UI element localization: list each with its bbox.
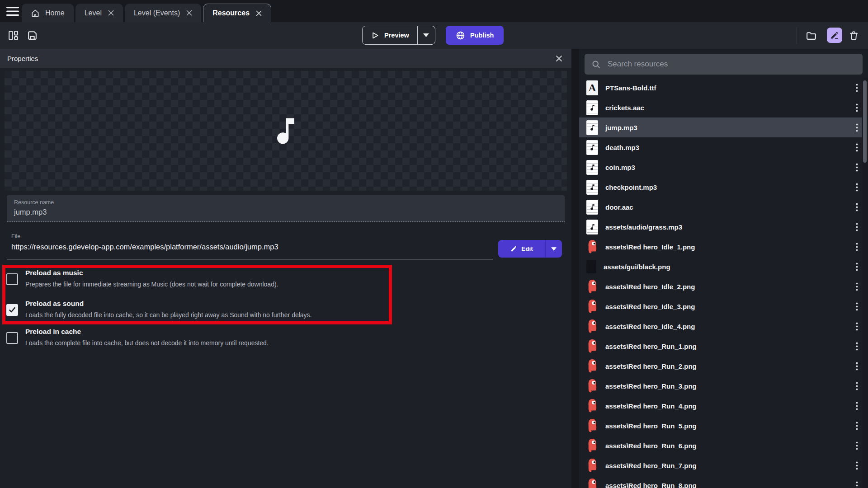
preload-checkbox[interactable] bbox=[6, 332, 18, 344]
tab-close-button[interactable] bbox=[256, 10, 262, 16]
tab-home[interactable]: Home bbox=[22, 4, 74, 22]
resource-menu-button[interactable] bbox=[853, 102, 861, 114]
resource-name: assets\Red hero_Idle_4.png bbox=[605, 323, 846, 330]
publish-button[interactable]: Publish bbox=[446, 26, 504, 45]
preload-option-row: Preload in cache Loads the complete file… bbox=[0, 328, 416, 353]
resource-row[interactable]: assets\Red hero_Run_6.png bbox=[579, 436, 868, 455]
resource-menu-button[interactable] bbox=[853, 360, 861, 372]
main-menu-button[interactable] bbox=[4, 0, 22, 22]
resources-list-panel: A PTSans-Bold.ttf crickets.aac jump.m bbox=[579, 49, 868, 488]
resource-menu-button[interactable] bbox=[853, 300, 861, 313]
scrollbar-track[interactable] bbox=[862, 78, 868, 488]
search-input[interactable] bbox=[607, 59, 856, 69]
tab-close-button[interactable] bbox=[108, 10, 114, 16]
image-thumbnail-red-hero bbox=[586, 458, 598, 473]
resource-name: assets\Red hero_Run_6.png bbox=[605, 442, 846, 450]
resource-menu-button[interactable] bbox=[853, 440, 861, 452]
resource-menu-button[interactable] bbox=[853, 201, 861, 213]
preload-checkbox[interactable] bbox=[6, 304, 18, 316]
audio-file-icon bbox=[586, 200, 598, 215]
resource-row[interactable]: assets\Red hero_Run_1.png bbox=[579, 336, 868, 356]
resource-row[interactable]: crickets.aac bbox=[579, 98, 868, 117]
resource-row[interactable]: assets\Red hero_Idle_3.png bbox=[579, 296, 868, 316]
resource-row[interactable]: door.aac bbox=[579, 197, 868, 217]
resource-menu-button[interactable] bbox=[853, 281, 861, 293]
preload-option-label: Preload in cache bbox=[25, 328, 81, 336]
resource-row[interactable]: checkpoint.mp3 bbox=[579, 177, 868, 197]
resource-row[interactable]: assets\Red hero_Idle_1.png bbox=[579, 237, 868, 257]
resource-menu-button[interactable] bbox=[853, 460, 861, 472]
play-icon bbox=[371, 31, 379, 40]
preview-button[interactable]: Preview bbox=[363, 26, 417, 44]
resource-menu-button[interactable] bbox=[853, 221, 861, 233]
resource-row[interactable]: assets/audio/grass.mp3 bbox=[579, 217, 868, 237]
resource-name: assets\Red hero_Run_4.png bbox=[605, 402, 846, 410]
resource-row[interactable]: jump.mp3 bbox=[579, 117, 868, 137]
kebab-menu-icon bbox=[856, 203, 858, 211]
tab-close-button[interactable] bbox=[186, 10, 192, 16]
resource-row[interactable]: assets\Red hero_Run_2.png bbox=[579, 356, 868, 376]
open-resource-folder-button[interactable] bbox=[803, 28, 819, 43]
preload-option-row: Preload as music Prepares the file for i… bbox=[0, 269, 416, 294]
project-manager-button[interactable] bbox=[5, 28, 21, 43]
kebab-menu-icon bbox=[856, 163, 858, 172]
properties-panel: Properties Resource name jump.mp3 File h… bbox=[0, 49, 571, 488]
preload-checkbox[interactable] bbox=[6, 273, 18, 285]
resource-name: assets\Red hero_Run_1.png bbox=[605, 343, 846, 350]
tab-resources[interactable]: Resources bbox=[203, 4, 271, 22]
kebab-menu-icon bbox=[856, 263, 858, 271]
resource-name: death.mp3 bbox=[605, 144, 846, 151]
resource-row[interactable]: coin.mp3 bbox=[579, 157, 868, 177]
scrollbar-thumb[interactable] bbox=[863, 80, 867, 163]
preview-split-button: Preview bbox=[362, 26, 435, 45]
resource-menu-button[interactable] bbox=[853, 479, 861, 488]
checkmark-icon bbox=[8, 306, 16, 314]
edit-resource-button[interactable] bbox=[827, 28, 842, 43]
resource-row[interactable]: assets/gui/black.png bbox=[579, 257, 868, 277]
resource-name: crickets.aac bbox=[605, 104, 846, 112]
resource-row[interactable]: death.mp3 bbox=[579, 137, 868, 157]
resource-row[interactable]: assets\Red hero_Run_8.png bbox=[579, 475, 868, 488]
resource-menu-button[interactable] bbox=[853, 340, 861, 352]
delete-resource-button[interactable] bbox=[846, 28, 861, 43]
save-button[interactable] bbox=[24, 28, 40, 43]
resource-row[interactable]: assets\Red hero_Run_3.png bbox=[579, 376, 868, 396]
resource-menu-button[interactable] bbox=[853, 261, 861, 273]
resource-menu-button[interactable] bbox=[853, 82, 861, 94]
preload-option-row: Preload as sound Loads the fully decoded… bbox=[0, 300, 416, 325]
tab-level[interactable]: Level bbox=[75, 4, 123, 22]
search-bar bbox=[585, 54, 863, 75]
resource-row[interactable]: assets\Red hero_Idle_4.png bbox=[579, 316, 868, 336]
audio-file-icon bbox=[586, 120, 598, 135]
gdevelop-app-window: Home Level Level (Events) Resources bbox=[0, 0, 868, 488]
resource-menu-button[interactable] bbox=[853, 241, 861, 253]
resource-name: assets\Red hero_Idle_3.png bbox=[605, 303, 846, 310]
panels-icon bbox=[8, 30, 19, 41]
tab-level-events[interactable]: Level (Events) bbox=[125, 4, 201, 22]
resource-row[interactable]: A PTSans-Bold.ttf bbox=[579, 78, 868, 98]
resource-name: PTSans-Bold.ttf bbox=[605, 84, 846, 92]
resource-row[interactable]: assets\Red hero_Run_7.png bbox=[579, 455, 868, 475]
resource-menu-button[interactable] bbox=[853, 161, 861, 174]
preload-option-label: Preload as music bbox=[25, 269, 83, 277]
resource-menu-button[interactable] bbox=[853, 420, 861, 432]
resource-menu-button[interactable] bbox=[853, 400, 861, 412]
kebab-menu-icon bbox=[856, 481, 858, 488]
resource-menu-button[interactable] bbox=[853, 181, 861, 193]
resource-row[interactable]: assets\Red hero_Run_5.png bbox=[579, 416, 868, 436]
kebab-menu-icon bbox=[856, 362, 858, 371]
hamburger-icon bbox=[6, 7, 19, 16]
resource-menu-button[interactable] bbox=[853, 320, 861, 333]
resource-row[interactable]: assets\Red hero_Idle_2.png bbox=[579, 277, 868, 296]
resource-name: assets\Red hero_Run_2.png bbox=[605, 362, 846, 370]
resource-name: assets\Red hero_Run_8.png bbox=[605, 482, 846, 488]
resource-menu-button[interactable] bbox=[853, 141, 861, 154]
resource-menu-button[interactable] bbox=[853, 380, 861, 392]
preview-options-button[interactable] bbox=[418, 26, 435, 44]
resource-row[interactable]: assets\Red hero_Run_4.png bbox=[579, 396, 868, 416]
tab-bar: Home Level Level (Events) Resources bbox=[0, 0, 868, 22]
resource-menu-button[interactable] bbox=[853, 122, 861, 134]
tab-label: Home bbox=[45, 9, 65, 17]
kebab-menu-icon bbox=[856, 342, 858, 351]
kebab-menu-icon bbox=[856, 461, 858, 470]
